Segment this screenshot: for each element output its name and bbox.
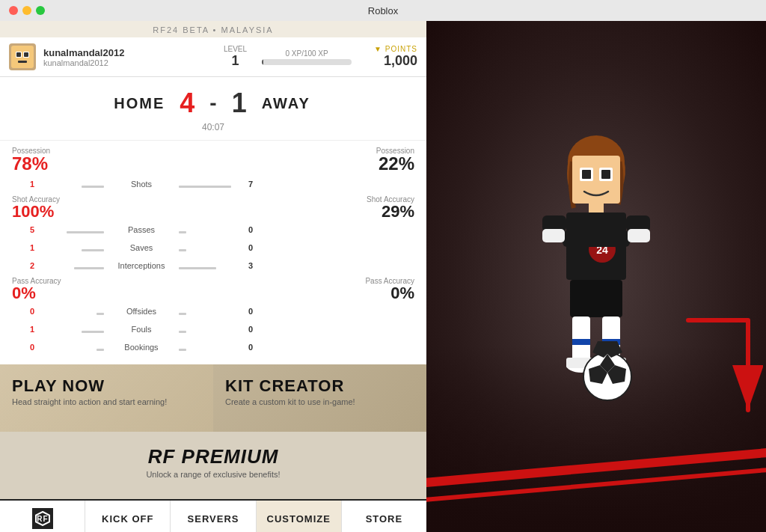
interceptions-label: Interceptions: [104, 261, 179, 270]
right-panel: 24: [426, 21, 766, 532]
saves-label: Saves: [104, 243, 179, 252]
svg-rect-21: [542, 229, 565, 242]
player-username: kunalmandal2012: [43, 47, 209, 58]
stat-row-interceptions: 2 Interceptions 3: [12, 259, 414, 272]
stat-row-saves: 1 Saves 0: [12, 241, 414, 254]
player-header: kunalmandal2012 kunalmandal2012 Level 1 …: [0, 37, 426, 77]
character-svg: 24: [491, 118, 701, 432]
svg-rect-9: [572, 156, 620, 204]
window-title: Roblox: [368, 5, 398, 16]
offsides-away: 0: [248, 307, 271, 316]
minimize-button[interactable]: [22, 6, 31, 15]
nav-servers[interactable]: SERVERS: [171, 501, 256, 532]
points-value: 1,000: [374, 53, 417, 69]
home-score: 4: [180, 88, 194, 119]
svg-rect-5: [18, 61, 27, 63]
passes-home: 5: [12, 225, 34, 234]
fouls-home: 1: [12, 325, 34, 334]
stat-row-offsides: 0 Offsides 0: [12, 305, 414, 318]
level-label: Level: [224, 45, 247, 53]
player-subtext: kunalmandal2012: [43, 58, 209, 67]
beta-badge: RF24 BETA • MALAYSIA: [0, 21, 426, 37]
shots-home-bar: [37, 177, 104, 191]
rf-premium-subtitle: Unlock a range of exclusive benefits!: [13, 470, 413, 479]
play-now-title: PLAY NOW: [12, 376, 201, 396]
nav-logo-item[interactable]: RF: [0, 501, 85, 532]
logo-icon: RF: [32, 508, 53, 529]
player-info: kunalmandal2012 kunalmandal2012: [43, 47, 209, 67]
main-content: RF24 BETA • MALAYSIA kunalmandal2012 kun…: [0, 21, 766, 532]
passes-away: 0: [248, 225, 271, 234]
kit-creator-card[interactable]: KIT CREATOR Create a custom kit to use i…: [213, 364, 426, 432]
shots-away: 7: [248, 180, 271, 189]
svg-rect-12: [582, 170, 591, 179]
window-chrome: Roblox: [0, 0, 766, 21]
left-panel: RF24 BETA • MALAYSIA kunalmandal2012 kun…: [0, 21, 426, 532]
nav-store[interactable]: STORE: [342, 501, 426, 532]
svg-rect-23: [570, 280, 622, 317]
rf-premium-title: RF PREMIUM: [13, 445, 413, 468]
away-score: 1: [232, 88, 247, 119]
passes-label: Passes: [104, 225, 179, 234]
stat-row-shots: 1 Shots 7: [12, 177, 414, 191]
xp-container: 0 XP/100 XP: [262, 49, 352, 65]
stat-row-fouls: 1 Fouls 0: [12, 322, 414, 336]
svg-text:RF: RF: [37, 515, 48, 523]
traffic-lights: [9, 6, 45, 15]
fouls-away: 0: [248, 325, 271, 334]
score-row: HOME 4 - 1 AWAY: [15, 88, 411, 119]
xp-bar: [262, 59, 352, 65]
possession-home: 78%: [12, 155, 113, 173]
svg-rect-0: [11, 46, 34, 68]
kit-creator-title: KIT CREATOR: [225, 376, 414, 396]
shots-home: 1: [12, 180, 34, 189]
fouls-label: Fouls: [104, 325, 179, 334]
match-time: 40:07: [15, 122, 411, 132]
pass-acc-away: 0%: [314, 285, 415, 302]
level-section: Level 1: [224, 45, 247, 69]
shots-away-bar: [179, 177, 246, 191]
xp-text: 0 XP/100 XP: [285, 49, 328, 58]
pass-acc-home: 0%: [12, 285, 113, 302]
play-now-card[interactable]: PLAY NOW Head straight into action and s…: [0, 364, 213, 432]
close-button[interactable]: [9, 6, 18, 15]
bookings-home: 0: [12, 343, 34, 352]
possession-away: 22%: [314, 155, 415, 173]
bottom-cards: PLAY NOW Head straight into action and s…: [0, 364, 426, 499]
xp-fill: [262, 59, 263, 65]
offsides-home: 0: [12, 307, 34, 316]
match-stats: Possession 78% Possession 22% 1 Shots 7: [0, 141, 426, 364]
home-label: HOME: [105, 95, 165, 112]
rf-premium-card[interactable]: RF PREMIUM Unlock a range of exclusive b…: [0, 432, 426, 499]
svg-rect-13: [601, 170, 610, 179]
stats-rows: 1 Shots 7 Shot Accuracy 100% Shot Accura…: [12, 177, 414, 354]
shot-acc-home: 100%: [12, 204, 113, 220]
svg-rect-22: [628, 229, 650, 242]
shot-acc-away: 29%: [314, 204, 415, 220]
stat-row-bookings: 0 Bookings 0: [12, 340, 414, 354]
scoreboard: HOME 4 - 1 AWAY 40:07: [0, 77, 426, 141]
bookings-label: Bookings: [104, 343, 179, 352]
points-label: ▼ POINTS: [374, 45, 417, 53]
svg-rect-26: [572, 339, 590, 345]
saves-away: 0: [248, 243, 271, 252]
interceptions-home: 2: [12, 261, 34, 270]
svg-rect-14: [589, 204, 604, 213]
avatar: [9, 43, 36, 70]
saves-home: 1: [12, 243, 34, 252]
away-label: AWAY: [262, 95, 322, 112]
maximize-button[interactable]: [36, 6, 45, 15]
svg-rect-4: [24, 52, 28, 57]
character-area: 24: [491, 118, 701, 435]
nav-kick-off[interactable]: KICK OFF: [85, 501, 171, 532]
offsides-label: Offsides: [104, 307, 179, 316]
play-now-subtitle: Head straight into action and start earn…: [12, 397, 201, 406]
svg-rect-20: [563, 230, 630, 247]
nav-customize[interactable]: CUSTOMIZE: [257, 501, 342, 532]
stat-row-passes: 5 Passes 0: [12, 223, 414, 236]
bookings-away: 0: [248, 343, 271, 352]
level-value: 1: [224, 53, 247, 69]
kit-creator-subtitle: Create a custom kit to use in-game!: [225, 397, 414, 406]
points-section: ▼ POINTS 1,000: [374, 45, 417, 69]
interceptions-away: 3: [248, 261, 271, 270]
